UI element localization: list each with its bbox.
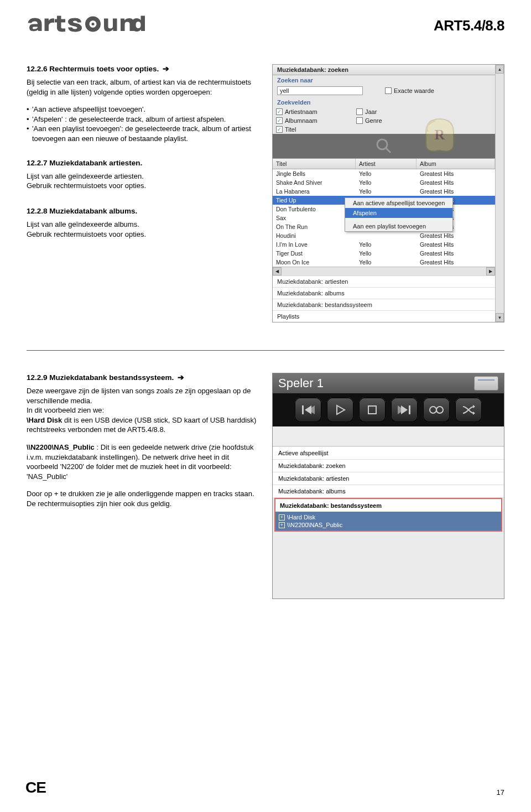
cell-titel: I.I'm In Love [273, 240, 356, 249]
skip-back-icon [301, 404, 315, 415]
checkbox-exacte[interactable] [385, 87, 392, 94]
expand-icon[interactable]: + [279, 514, 285, 520]
svg-rect-10 [368, 406, 376, 414]
cell-titel: Moon On Ice [273, 258, 356, 267]
expand-icon[interactable]: + [279, 522, 285, 528]
pane-albums[interactable]: Muziekdatabank: albums [273, 287, 495, 299]
context-menu: Aan actieve afspeellijst toevoegen Afspe… [345, 197, 453, 232]
badge-r-icon: R [423, 116, 456, 155]
artsound-logo [27, 14, 145, 37]
tree-item-nas[interactable]: +\\N2200\NAS_Public [279, 521, 498, 529]
tree-item-harddisk[interactable]: +\Hard Disk [279, 513, 498, 521]
play-button[interactable] [327, 398, 353, 422]
paragraph: Gebruik rechtermuistoets voor opties. [27, 230, 260, 240]
search-icon [375, 137, 393, 155]
search-input[interactable]: yell [277, 86, 363, 95]
cell-album: Greatest Hits [417, 178, 495, 187]
checkbox-label: Titel [285, 126, 296, 133]
checkbox-titel[interactable]: ✓ [276, 126, 283, 133]
play-icon [335, 404, 346, 415]
next-button[interactable] [391, 398, 418, 422]
menu-item-afspelen[interactable]: Afspelen [345, 208, 452, 218]
cell-titel: Shake And Shiver [273, 178, 356, 187]
svg-text:R: R [435, 127, 445, 143]
cell-artiest [356, 231, 417, 240]
label-exacte: Exacte waarde [394, 87, 434, 94]
checkbox-jaar[interactable] [356, 108, 363, 115]
checkbox-artiestnaam[interactable]: ✓ [276, 108, 283, 115]
list-item-bestandssysteem[interactable]: Muziekdatabank: bestandssysteem [275, 499, 501, 512]
svg-rect-13 [409, 405, 410, 414]
paragraph: Deze weergave zijn de lijsten van songs … [27, 386, 260, 405]
paragraph: Bij selectie van een track, album, of ar… [27, 77, 260, 97]
svg-marker-17 [473, 412, 475, 415]
cell-album: Greatest Hits [417, 249, 495, 258]
pane-bestandssysteem[interactable]: Muziekdatabank: bestandssysteem [273, 299, 495, 310]
checkbox-genre[interactable] [356, 117, 363, 124]
checkbox-label: Genre [365, 117, 382, 124]
scroll-left-icon[interactable]: ◀ [273, 267, 282, 275]
svg-rect-6 [302, 405, 304, 414]
menu-item-add-active[interactable]: Aan actieve afspeellijst toevoegen [345, 198, 452, 208]
table-row[interactable]: Moon On IceYelloGreatest Hits [273, 258, 495, 267]
cell-titel: Houdini [273, 231, 356, 240]
paragraph: Lijst van alle geïndexeerde artiesten. [27, 171, 260, 181]
label-zoeken-naar: Zoeken naar [273, 75, 495, 85]
cell-artiest: Yello [356, 187, 417, 196]
pane-artiesten[interactable]: Muziekdatabank: artiesten [273, 275, 495, 287]
search-button[interactable]: R [273, 134, 495, 158]
list-item-afspeellijst[interactable]: Actieve afspeellijst [273, 446, 504, 459]
menu-item-add-playlist[interactable]: Aan een playlist toevoegen [345, 221, 452, 231]
checkbox-albumnaam[interactable]: ✓ [276, 117, 283, 124]
cell-album: Greatest Hits [417, 169, 495, 178]
table-row[interactable]: Shake And ShiverYelloGreatest Hits [273, 178, 495, 187]
speler-title: Speler 1 [278, 376, 324, 391]
pane-title-zoeken[interactable]: Muziekdatabank: zoeken [273, 65, 495, 75]
paragraph: Gebruik rechtermuistoets voor opties. [27, 181, 260, 191]
scrollbar-horizontal[interactable]: ◀ ▶ [273, 267, 495, 275]
table-row[interactable]: La HabaneraYelloGreatest Hits [273, 187, 495, 196]
cell-titel: Tiger Dust [273, 249, 356, 258]
device-icon [474, 376, 498, 391]
heading-12-2-9: 12.2.9 Muziekdatabank bestandssysteem. [27, 373, 260, 383]
cell-titel: Jingle Bells [273, 169, 356, 178]
scroll-up-icon[interactable]: ▲ [496, 65, 504, 74]
svg-point-2 [92, 23, 95, 25]
checkbox-label: Jaar [365, 108, 377, 115]
pane-playlists[interactable]: Playlists [273, 310, 495, 322]
repeat-icon [429, 405, 444, 415]
cell-artiest: Yello [356, 240, 417, 249]
scroll-down-icon[interactable]: ▼ [496, 313, 504, 322]
bullet-item: 'Aan actieve afspeellijst toevoegen'. [27, 105, 260, 114]
cell-album: Greatest Hits [417, 240, 495, 249]
list-item-albums[interactable]: Muziekdatabank: albums [273, 485, 504, 497]
column-album[interactable]: Album [417, 159, 495, 169]
bullet-item: 'Aan een playlist toevoegen': de geselec… [27, 124, 260, 143]
cell-artiest: Yello [356, 258, 417, 267]
checkbox-label: Artiestnaam [285, 108, 317, 115]
prev-button[interactable] [295, 398, 321, 422]
svg-point-14 [430, 407, 436, 413]
shuffle-button[interactable] [455, 398, 482, 422]
repeat-button[interactable] [423, 398, 450, 422]
column-titel[interactable]: Titel [273, 159, 356, 169]
bullet-item: 'Afspelen' : de geselecteerde track, alb… [27, 114, 260, 124]
scrollbar-vertical[interactable]: ▲ ▼ [495, 65, 504, 322]
scroll-right-icon[interactable]: ▶ [486, 267, 495, 275]
paragraph: In dit voorbeeld zien we: [27, 405, 260, 415]
list-item-artiesten[interactable]: Muziekdatabank: artiesten [273, 472, 504, 485]
table-row[interactable]: I.I'm In LoveYelloGreatest Hits [273, 240, 495, 249]
label-zoekvelden: Zoekvelden [273, 97, 495, 107]
table-row[interactable]: Tiger DustYelloGreatest Hits [273, 249, 495, 258]
cell-artiest: Yello [356, 249, 417, 258]
column-artiest[interactable]: Artiest [356, 159, 417, 169]
cell-artiest: Yello [356, 169, 417, 178]
stop-icon [367, 405, 377, 415]
list-item-zoeken[interactable]: Muziekdatabank: zoeken [273, 459, 504, 472]
stop-button[interactable] [359, 398, 386, 422]
table-row[interactable]: HoudiniGreatest Hits [273, 231, 495, 240]
cell-artiest: Yello [356, 178, 417, 187]
table-row[interactable]: Jingle BellsYelloGreatest Hits [273, 169, 495, 178]
cell-titel: On The Run [273, 222, 356, 231]
shuffle-icon [462, 404, 475, 415]
